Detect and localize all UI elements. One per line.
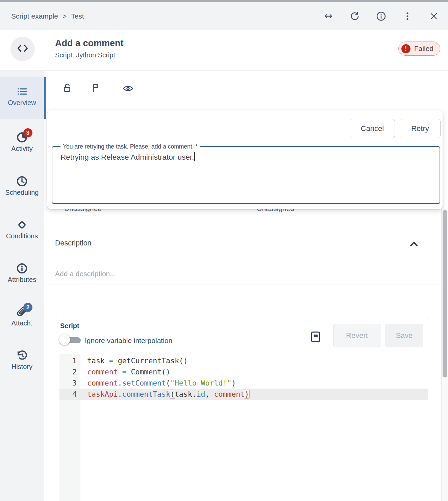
info-button[interactable] (376, 11, 387, 22)
save-button[interactable]: Save (385, 324, 423, 347)
sidebar-item-overview[interactable]: Overview (0, 77, 44, 119)
list-icon (16, 85, 28, 98)
code-line-content: taskApi.commentTask(task.id, comment) (80, 389, 249, 400)
text-cursor (194, 152, 195, 161)
code-icon (16, 43, 29, 55)
breadcrumb: Script example > Test (11, 2, 84, 30)
topbar: Script example > Test (0, 2, 448, 30)
diamond-icon (16, 219, 28, 231)
task-type-avatar (10, 37, 35, 61)
more-options-button[interactable] (402, 11, 413, 22)
description-section-title: Description (55, 239, 92, 247)
code-line[interactable]: 4taskApi.commentTask(task.id, comment) (59, 389, 428, 400)
revert-button[interactable]: Revert (333, 324, 380, 347)
unlock-icon (62, 82, 73, 93)
close-button[interactable] (428, 11, 439, 22)
line-number: 2 (59, 366, 80, 377)
retry-comment-dialog: Cancel Retry You are retrying the task. … (47, 110, 443, 209)
sidebar-item-attributes[interactable]: Attributes (0, 260, 44, 284)
vertical-scrollbar-thumb[interactable] (443, 210, 447, 377)
vertical-scrollbar-track[interactable] (441, 209, 448, 501)
retry-comment-label: You are retrying the task. Please, add a… (60, 143, 200, 150)
sidebar-item-label: Attach. (11, 319, 32, 327)
topbar-actions (323, 2, 439, 30)
code-line[interactable]: 1task = getCurrentTask() (59, 355, 428, 366)
script-section-title: Script (60, 322, 79, 330)
section-divider (46, 285, 441, 285)
script-card: Script Ignore variable interpolation Rev… (56, 317, 429, 501)
description-placeholder[interactable]: Add a description... (55, 270, 116, 278)
alert-icon: ! (401, 44, 410, 53)
breadcrumb-separator: > (63, 12, 67, 20)
collapse-description-button[interactable] (408, 239, 420, 249)
kebab-menu-icon (402, 11, 413, 21)
code-line-content: comment.setComment("Hello World!") (80, 377, 236, 389)
sidebar-item-history[interactable]: History (0, 347, 44, 371)
status-label: Failed (414, 45, 433, 53)
sidebar-item-label: Overview (8, 99, 36, 107)
eye-icon (122, 84, 133, 93)
line-number: 3 (59, 377, 80, 389)
ignore-interpolation-label: Ignore variable interpolation (85, 337, 172, 345)
clock-icon (16, 175, 28, 187)
watch-button[interactable] (122, 83, 133, 94)
cancel-button[interactable]: Cancel (350, 119, 395, 138)
line-number: 4 (59, 389, 80, 400)
code-editor[interactable]: 1task = getCurrentTask()2comment = Comme… (59, 354, 428, 501)
resize-horizontal-icon (323, 11, 333, 21)
status-badge-failed: ! Failed (398, 42, 440, 56)
lock-toggle-button[interactable] (62, 82, 73, 93)
code-lines: 1task = getCurrentTask()2comment = Comme… (59, 354, 428, 400)
code-line[interactable]: 3comment.setComment("Hello World!") (59, 377, 428, 389)
task-header: Add a comment Script: Jython Script ! Fa… (0, 30, 448, 71)
close-icon (429, 11, 439, 21)
retry-comment-value: Retrying as Release Administrator user. (60, 152, 195, 162)
sidebar-item-label: Attributes (8, 276, 36, 284)
sidebar-item-activity[interactable]: 3 Activity (0, 129, 44, 153)
resize-horizontal-button[interactable] (323, 11, 334, 22)
sidebar-item-conditions[interactable]: Conditions (0, 217, 44, 240)
paperclip-icon: 2 (16, 306, 28, 318)
pie-chart-icon: 3 (16, 131, 28, 143)
task-subtitle: Script: Jython Script (55, 51, 115, 59)
code-line-content: task = getCurrentTask() (80, 355, 188, 366)
flag-button[interactable] (91, 82, 102, 93)
flag-icon (91, 82, 102, 93)
code-line[interactable]: 2comment = Comment() (59, 366, 428, 377)
ignore-interpolation-toggle[interactable] (59, 334, 80, 345)
sidebar-item-label: History (11, 363, 32, 371)
sidebar-item-label: Conditions (6, 232, 38, 240)
sidebar-item-attachments[interactable]: 2 Attach. (0, 304, 44, 327)
chevron-up-icon (408, 244, 419, 249)
history-icon (16, 349, 28, 362)
active-item-indicator (44, 77, 46, 119)
task-detail-window: Script example > Test (0, 0, 448, 501)
page-title: Add a comment (55, 38, 124, 49)
retry-comment-textarea[interactable]: You are retrying the task. Please, add a… (52, 146, 440, 204)
activity-count-badge: 3 (23, 128, 32, 137)
line-number: 1 (59, 355, 80, 366)
sidebar-item-scheduling[interactable]: Scheduling (0, 173, 44, 196)
breadcrumb-release-link[interactable]: Script example (11, 12, 58, 20)
toggle-thumb (59, 334, 70, 345)
fullscreen-icon (311, 332, 320, 342)
info-circle-icon (16, 262, 28, 274)
refresh-button[interactable] (349, 11, 360, 22)
dialog-actions: Cancel Retry (350, 119, 441, 138)
code-line-content: comment = Comment() (80, 366, 170, 377)
refresh-icon (350, 11, 360, 21)
fullscreen-editor-button[interactable] (311, 332, 320, 342)
retry-button[interactable]: Retry (400, 119, 441, 138)
sidebar-item-label: Scheduling (5, 189, 39, 196)
attachments-count-badge: 2 (23, 303, 32, 312)
sidebar-item-label: Activity (11, 145, 32, 153)
sidebar: Overview 3 Activity Scheduling (0, 71, 44, 501)
breadcrumb-task-link[interactable]: Test (71, 12, 84, 20)
info-icon (376, 11, 387, 22)
